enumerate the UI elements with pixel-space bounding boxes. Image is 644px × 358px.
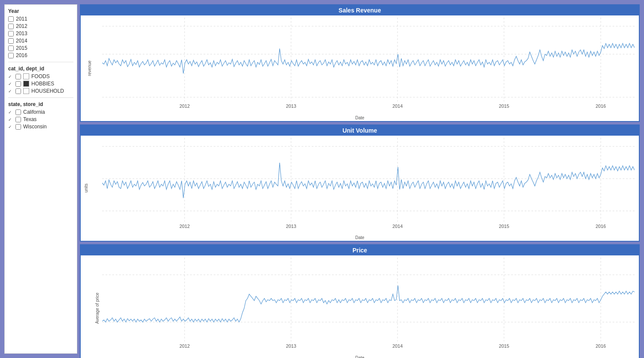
chevron-wisconsin-icon: ✓ bbox=[8, 124, 13, 129]
chevron-california-icon: ✓ bbox=[8, 110, 13, 115]
cat-color-hobbies bbox=[23, 81, 29, 87]
cat-color-foods bbox=[23, 73, 29, 79]
year-label-2016: 2016 bbox=[16, 52, 27, 58]
cat-checkbox-household[interactable] bbox=[15, 88, 21, 94]
year-item-2015: 2015 bbox=[8, 45, 73, 51]
year-checkbox-2014[interactable] bbox=[8, 38, 14, 44]
cat-label-household: HOUSEHOLD bbox=[31, 88, 64, 94]
year-section-title: Year bbox=[8, 8, 73, 14]
year-item-2012: 2012 bbox=[8, 23, 73, 29]
price-panel: Price Average of price Date 6 4 2012 201… bbox=[80, 244, 640, 358]
state-label-california: California bbox=[23, 109, 45, 115]
chevron-hobbies-icon: ✓ bbox=[8, 82, 13, 86]
year-label-2012: 2012 bbox=[16, 23, 27, 29]
state-checkbox-texas[interactable] bbox=[15, 117, 21, 122]
svg-text:2016: 2016 bbox=[595, 224, 606, 229]
svg-text:2014: 2014 bbox=[392, 103, 403, 109]
year-checkbox-2013[interactable] bbox=[8, 31, 14, 36]
unit-volume-x-label: Date bbox=[355, 235, 364, 240]
cat-label-foods: FOODS bbox=[31, 73, 50, 79]
cat-label-hobbies: HOBBIES bbox=[31, 81, 54, 87]
sales-revenue-panel: Sales Revenue revenue Date 20K 10K 0K 20… bbox=[80, 4, 640, 122]
price-x-label: Date bbox=[355, 355, 364, 358]
sales-revenue-svg: 20K 10K 0K 2012 2013 2014 2015 2016 bbox=[102, 18, 635, 112]
cat-item-hobbies: ✓ HOBBIES bbox=[8, 81, 73, 87]
sales-revenue-title: Sales Revenue bbox=[81, 5, 639, 15]
unit-volume-body: units Date 6K 4K 2K 2012 2013 2014 2015 bbox=[81, 136, 639, 241]
svg-text:2012: 2012 bbox=[179, 103, 190, 109]
year-item-2014: 2014 bbox=[8, 38, 73, 44]
svg-text:2016: 2016 bbox=[595, 343, 606, 349]
cat-checkbox-foods[interactable] bbox=[15, 74, 21, 79]
cat-color-household bbox=[23, 88, 29, 94]
year-checkbox-2011[interactable] bbox=[8, 16, 14, 22]
price-svg: 6 4 2012 2013 2014 2015 2016 bbox=[102, 258, 635, 352]
divider-1 bbox=[8, 62, 73, 62]
state-section-title: state, store_id bbox=[8, 101, 73, 107]
year-checkbox-2015[interactable] bbox=[8, 46, 14, 51]
state-label-wisconsin: Wisconsin bbox=[23, 124, 47, 130]
price-title: Price bbox=[81, 245, 639, 255]
divider-2 bbox=[8, 97, 73, 98]
sales-revenue-x-label: Date bbox=[355, 115, 364, 120]
svg-text:2014: 2014 bbox=[392, 224, 403, 229]
state-checkbox-wisconsin[interactable] bbox=[15, 124, 21, 130]
cat-checkbox-hobbies[interactable] bbox=[15, 81, 21, 87]
state-checkbox-california[interactable] bbox=[15, 109, 21, 115]
price-y-label: Average of price bbox=[95, 292, 100, 324]
year-label-2015: 2015 bbox=[16, 45, 27, 51]
state-label-texas: Texas bbox=[23, 116, 36, 122]
svg-text:2015: 2015 bbox=[499, 103, 509, 109]
cat-section-title: cat_id, dept_id bbox=[8, 66, 73, 72]
state-item-wisconsin: ✓ Wisconsin bbox=[8, 124, 73, 130]
year-label-2011: 2011 bbox=[16, 16, 27, 22]
svg-text:2013: 2013 bbox=[286, 103, 296, 109]
svg-text:2015: 2015 bbox=[499, 343, 509, 349]
svg-text:2012: 2012 bbox=[179, 224, 190, 229]
year-item-2011: 2011 bbox=[8, 16, 73, 22]
cat-item-household: ✓ HOUSEHOLD bbox=[8, 88, 73, 94]
state-item-texas: ✓ Texas bbox=[8, 116, 73, 122]
svg-text:2013: 2013 bbox=[286, 224, 296, 229]
unit-volume-svg: 6K 4K 2K 2012 2013 2014 2015 2016 bbox=[102, 138, 635, 233]
chevron-foods-icon: ✓ bbox=[8, 74, 13, 79]
sales-revenue-y-label: revenue bbox=[87, 61, 92, 76]
year-item-2016: 2016 bbox=[8, 52, 73, 58]
sales-revenue-body: revenue Date 20K 10K 0K 2012 2013 2014 2… bbox=[81, 15, 639, 121]
unit-volume-title: Unit Volume bbox=[81, 125, 639, 136]
svg-text:2014: 2014 bbox=[392, 343, 403, 349]
chevron-texas-icon: ✓ bbox=[8, 117, 13, 122]
state-item-california: ✓ California bbox=[8, 109, 73, 115]
price-body: Average of price Date 6 4 2012 2013 2014… bbox=[81, 255, 639, 358]
sidebar: Year 2011 2012 2013 2014 2015 2016 cat_i… bbox=[4, 4, 77, 354]
svg-text:2016: 2016 bbox=[595, 103, 606, 109]
year-label-2013: 2013 bbox=[16, 30, 27, 36]
unit-volume-y-label: units bbox=[84, 184, 88, 193]
main-container: Year 2011 2012 2013 2014 2015 2016 cat_i… bbox=[4, 4, 640, 354]
svg-text:2013: 2013 bbox=[286, 343, 296, 349]
svg-text:2015: 2015 bbox=[499, 224, 509, 229]
year-checkbox-2016[interactable] bbox=[8, 53, 14, 58]
year-label-2014: 2014 bbox=[16, 38, 27, 44]
charts-area: Sales Revenue revenue Date 20K 10K 0K 20… bbox=[80, 4, 640, 354]
year-item-2013: 2013 bbox=[8, 30, 73, 36]
chevron-household-icon: ✓ bbox=[8, 89, 13, 94]
unit-volume-panel: Unit Volume units Date 6K 4K 2K 2012 201… bbox=[80, 124, 640, 242]
year-checkbox-2012[interactable] bbox=[8, 24, 14, 29]
svg-text:2012: 2012 bbox=[179, 343, 190, 349]
cat-item-foods: ✓ FOODS bbox=[8, 73, 73, 79]
